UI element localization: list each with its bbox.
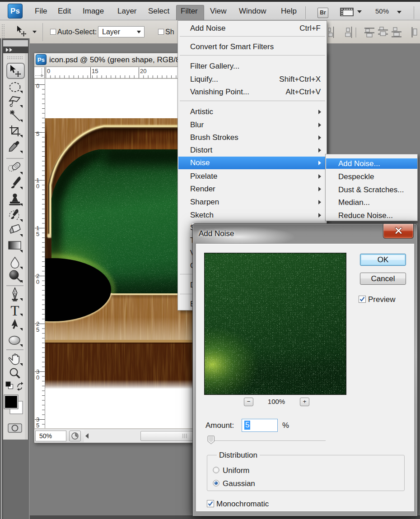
svg-text:15: 15 <box>92 68 98 74</box>
svg-text:0: 0 <box>47 68 50 74</box>
svg-text:5: 5 <box>36 231 39 237</box>
svg-text:5: 5 <box>36 130 39 137</box>
svg-text:5: 5 <box>36 326 39 333</box>
svg-text:20: 20 <box>140 68 146 74</box>
svg-text:5: 5 <box>36 422 39 428</box>
svg-text:0: 0 <box>36 183 39 190</box>
svg-text:0: 0 <box>36 278 39 285</box>
svg-text:0: 0 <box>36 83 39 89</box>
svg-text:T: T <box>11 303 19 319</box>
svg-text:0: 0 <box>36 374 39 381</box>
